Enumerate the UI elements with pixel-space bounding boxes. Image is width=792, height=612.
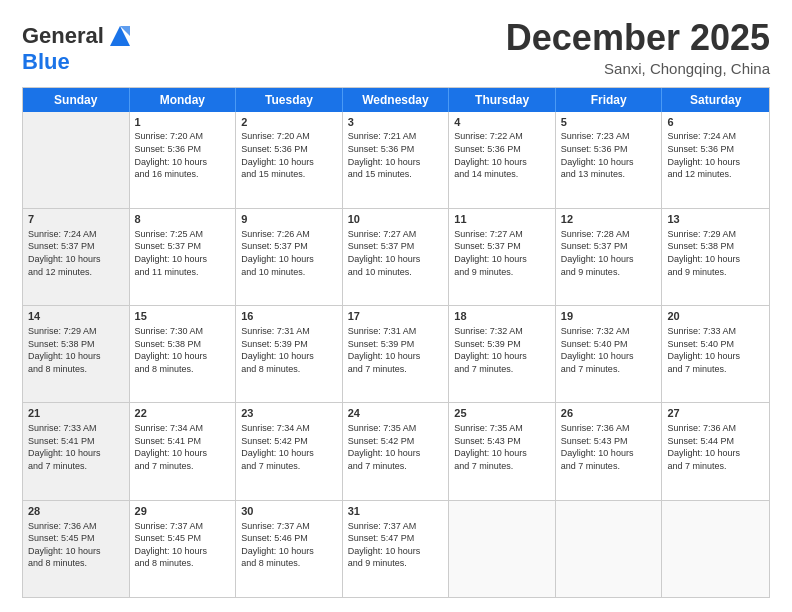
calendar-cell-5: 5Sunrise: 7:23 AMSunset: 5:36 PMDaylight…	[556, 112, 663, 208]
day-info: Sunrise: 7:32 AMSunset: 5:39 PMDaylight:…	[454, 325, 550, 375]
calendar-cell-27: 27Sunrise: 7:36 AMSunset: 5:44 PMDayligh…	[662, 403, 769, 499]
calendar: SundayMondayTuesdayWednesdayThursdayFrid…	[22, 87, 770, 598]
subtitle: Sanxi, Chongqing, China	[506, 60, 770, 77]
day-number: 7	[28, 212, 124, 227]
day-number: 18	[454, 309, 550, 324]
logo-text-blue: Blue	[22, 49, 70, 74]
header-day-monday: Monday	[130, 88, 237, 112]
calendar-cell-7: 7Sunrise: 7:24 AMSunset: 5:37 PMDaylight…	[23, 209, 130, 305]
day-number: 6	[667, 115, 764, 130]
calendar-row-2: 14Sunrise: 7:29 AMSunset: 5:38 PMDayligh…	[23, 305, 769, 402]
calendar-cell-14: 14Sunrise: 7:29 AMSunset: 5:38 PMDayligh…	[23, 306, 130, 402]
day-number: 23	[241, 406, 337, 421]
day-info: Sunrise: 7:33 AMSunset: 5:40 PMDaylight:…	[667, 325, 764, 375]
day-number: 10	[348, 212, 444, 227]
calendar-body: 1Sunrise: 7:20 AMSunset: 5:36 PMDaylight…	[23, 112, 769, 597]
day-info: Sunrise: 7:24 AMSunset: 5:37 PMDaylight:…	[28, 228, 124, 278]
calendar-cell-24: 24Sunrise: 7:35 AMSunset: 5:42 PMDayligh…	[343, 403, 450, 499]
day-number: 31	[348, 504, 444, 519]
day-number: 8	[135, 212, 231, 227]
day-info: Sunrise: 7:37 AMSunset: 5:47 PMDaylight:…	[348, 520, 444, 570]
calendar-cell-25: 25Sunrise: 7:35 AMSunset: 5:43 PMDayligh…	[449, 403, 556, 499]
day-number: 28	[28, 504, 124, 519]
calendar-cell-21: 21Sunrise: 7:33 AMSunset: 5:41 PMDayligh…	[23, 403, 130, 499]
day-number: 17	[348, 309, 444, 324]
day-info: Sunrise: 7:27 AMSunset: 5:37 PMDaylight:…	[348, 228, 444, 278]
page: General Blue December 2025 Sanxi, Chongq…	[0, 0, 792, 612]
calendar-cell-13: 13Sunrise: 7:29 AMSunset: 5:38 PMDayligh…	[662, 209, 769, 305]
logo-text-general: General	[22, 24, 104, 48]
day-info: Sunrise: 7:36 AMSunset: 5:43 PMDaylight:…	[561, 422, 657, 472]
day-number: 16	[241, 309, 337, 324]
day-number: 27	[667, 406, 764, 421]
header-day-sunday: Sunday	[23, 88, 130, 112]
logo: General Blue	[22, 22, 134, 74]
day-info: Sunrise: 7:30 AMSunset: 5:38 PMDaylight:…	[135, 325, 231, 375]
day-info: Sunrise: 7:32 AMSunset: 5:40 PMDaylight:…	[561, 325, 657, 375]
calendar-cell-22: 22Sunrise: 7:34 AMSunset: 5:41 PMDayligh…	[130, 403, 237, 499]
day-info: Sunrise: 7:20 AMSunset: 5:36 PMDaylight:…	[241, 130, 337, 180]
day-info: Sunrise: 7:34 AMSunset: 5:41 PMDaylight:…	[135, 422, 231, 472]
calendar-cell-26: 26Sunrise: 7:36 AMSunset: 5:43 PMDayligh…	[556, 403, 663, 499]
day-info: Sunrise: 7:35 AMSunset: 5:43 PMDaylight:…	[454, 422, 550, 472]
header-day-tuesday: Tuesday	[236, 88, 343, 112]
day-number: 29	[135, 504, 231, 519]
day-info: Sunrise: 7:25 AMSunset: 5:37 PMDaylight:…	[135, 228, 231, 278]
day-info: Sunrise: 7:29 AMSunset: 5:38 PMDaylight:…	[28, 325, 124, 375]
day-number: 11	[454, 212, 550, 227]
day-info: Sunrise: 7:36 AMSunset: 5:44 PMDaylight:…	[667, 422, 764, 472]
logo-icon	[106, 22, 134, 50]
day-info: Sunrise: 7:31 AMSunset: 5:39 PMDaylight:…	[348, 325, 444, 375]
day-number: 19	[561, 309, 657, 324]
calendar-cell-empty-4-4	[449, 501, 556, 597]
calendar-row-1: 7Sunrise: 7:24 AMSunset: 5:37 PMDaylight…	[23, 208, 769, 305]
calendar-cell-19: 19Sunrise: 7:32 AMSunset: 5:40 PMDayligh…	[556, 306, 663, 402]
day-info: Sunrise: 7:37 AMSunset: 5:46 PMDaylight:…	[241, 520, 337, 570]
calendar-cell-1: 1Sunrise: 7:20 AMSunset: 5:36 PMDaylight…	[130, 112, 237, 208]
day-number: 14	[28, 309, 124, 324]
calendar-cell-8: 8Sunrise: 7:25 AMSunset: 5:37 PMDaylight…	[130, 209, 237, 305]
calendar-cell-15: 15Sunrise: 7:30 AMSunset: 5:38 PMDayligh…	[130, 306, 237, 402]
day-number: 21	[28, 406, 124, 421]
day-info: Sunrise: 7:29 AMSunset: 5:38 PMDaylight:…	[667, 228, 764, 278]
header-day-saturday: Saturday	[662, 88, 769, 112]
day-info: Sunrise: 7:33 AMSunset: 5:41 PMDaylight:…	[28, 422, 124, 472]
month-title: December 2025	[506, 18, 770, 58]
calendar-cell-9: 9Sunrise: 7:26 AMSunset: 5:37 PMDaylight…	[236, 209, 343, 305]
calendar-cell-29: 29Sunrise: 7:37 AMSunset: 5:45 PMDayligh…	[130, 501, 237, 597]
day-number: 3	[348, 115, 444, 130]
day-info: Sunrise: 7:31 AMSunset: 5:39 PMDaylight:…	[241, 325, 337, 375]
calendar-cell-4: 4Sunrise: 7:22 AMSunset: 5:36 PMDaylight…	[449, 112, 556, 208]
day-number: 12	[561, 212, 657, 227]
day-info: Sunrise: 7:27 AMSunset: 5:37 PMDaylight:…	[454, 228, 550, 278]
calendar-header: SundayMondayTuesdayWednesdayThursdayFrid…	[23, 88, 769, 112]
day-info: Sunrise: 7:28 AMSunset: 5:37 PMDaylight:…	[561, 228, 657, 278]
day-number: 2	[241, 115, 337, 130]
calendar-cell-empty-4-5	[556, 501, 663, 597]
header-day-wednesday: Wednesday	[343, 88, 450, 112]
day-info: Sunrise: 7:21 AMSunset: 5:36 PMDaylight:…	[348, 130, 444, 180]
day-info: Sunrise: 7:35 AMSunset: 5:42 PMDaylight:…	[348, 422, 444, 472]
calendar-cell-3: 3Sunrise: 7:21 AMSunset: 5:36 PMDaylight…	[343, 112, 450, 208]
day-number: 24	[348, 406, 444, 421]
day-number: 9	[241, 212, 337, 227]
calendar-cell-28: 28Sunrise: 7:36 AMSunset: 5:45 PMDayligh…	[23, 501, 130, 597]
day-number: 25	[454, 406, 550, 421]
day-number: 1	[135, 115, 231, 130]
day-info: Sunrise: 7:36 AMSunset: 5:45 PMDaylight:…	[28, 520, 124, 570]
day-info: Sunrise: 7:24 AMSunset: 5:36 PMDaylight:…	[667, 130, 764, 180]
calendar-cell-6: 6Sunrise: 7:24 AMSunset: 5:36 PMDaylight…	[662, 112, 769, 208]
calendar-cell-2: 2Sunrise: 7:20 AMSunset: 5:36 PMDaylight…	[236, 112, 343, 208]
day-info: Sunrise: 7:23 AMSunset: 5:36 PMDaylight:…	[561, 130, 657, 180]
day-number: 30	[241, 504, 337, 519]
day-info: Sunrise: 7:37 AMSunset: 5:45 PMDaylight:…	[135, 520, 231, 570]
calendar-cell-17: 17Sunrise: 7:31 AMSunset: 5:39 PMDayligh…	[343, 306, 450, 402]
header-day-friday: Friday	[556, 88, 663, 112]
day-number: 26	[561, 406, 657, 421]
day-info: Sunrise: 7:26 AMSunset: 5:37 PMDaylight:…	[241, 228, 337, 278]
calendar-cell-11: 11Sunrise: 7:27 AMSunset: 5:37 PMDayligh…	[449, 209, 556, 305]
day-info: Sunrise: 7:34 AMSunset: 5:42 PMDaylight:…	[241, 422, 337, 472]
calendar-cell-empty-0-0	[23, 112, 130, 208]
calendar-row-3: 21Sunrise: 7:33 AMSunset: 5:41 PMDayligh…	[23, 402, 769, 499]
calendar-cell-23: 23Sunrise: 7:34 AMSunset: 5:42 PMDayligh…	[236, 403, 343, 499]
